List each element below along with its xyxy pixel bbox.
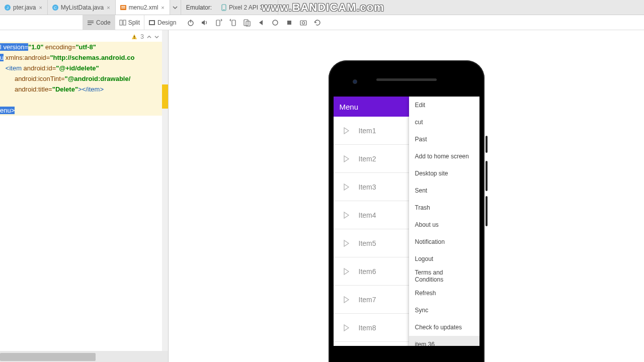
volume-button[interactable] (200, 18, 209, 27)
reload-button[interactable] (313, 18, 322, 27)
svg-rect-19 (232, 20, 235, 26)
menu-item-past[interactable]: Past (409, 131, 479, 148)
tab-label: pter.java (13, 4, 36, 11)
menu-item-add-to-home[interactable]: Add to home screen (409, 148, 479, 165)
bandicam-watermark: www.BANDICAM.com (262, 1, 384, 14)
menu-item-desktop-site[interactable]: Desktop site (409, 165, 479, 182)
close-icon[interactable]: × (160, 5, 165, 11)
menu-item-terms[interactable]: Terms and Conditions (409, 267, 479, 285)
svg-rect-8 (223, 10, 225, 10)
device-speaker (376, 78, 437, 81)
editor-tab-bar: J pter.java × C MyListData.java × menu2.… (0, 0, 644, 15)
svg-rect-12 (120, 20, 122, 25)
svg-rect-9 (88, 21, 94, 22)
inspection-summary[interactable]: 3 (131, 33, 159, 40)
menu-item-sent[interactable]: Sent (409, 182, 479, 199)
svg-rect-23 (287, 21, 291, 25)
close-icon[interactable]: × (38, 5, 43, 11)
horizontal-scrollbar[interactable] (0, 353, 96, 361)
menu-item-trash[interactable]: Trash (409, 199, 479, 216)
play-icon (342, 323, 351, 332)
menu-item-36[interactable]: item 36 (409, 336, 479, 346)
menu-item-cut[interactable]: cut (409, 114, 479, 131)
tab-menu2-xml[interactable]: menu2.xml × (116, 0, 170, 15)
change-marker (162, 84, 168, 109)
svg-rect-5 (121, 6, 125, 7)
menu-item-logout[interactable]: Logout (409, 250, 479, 267)
device-side-button (486, 136, 488, 153)
list-item-label: Item5 (359, 239, 376, 247)
code-view-icon (87, 19, 94, 26)
play-icon (342, 267, 351, 276)
list-item-label: Item3 (359, 183, 376, 191)
menu-item-check-updates[interactable]: Check fo updates (409, 319, 479, 336)
svg-rect-24 (300, 21, 306, 25)
rotate-left-button[interactable] (214, 18, 223, 27)
home-button[interactable] (271, 18, 280, 27)
emulator-label: Emulator: (181, 0, 217, 15)
svg-rect-10 (88, 22, 94, 23)
list-item-label: Item7 (359, 296, 376, 304)
app-title: Menu (340, 103, 359, 111)
list-item-label: Item2 (359, 155, 376, 163)
svg-rect-11 (88, 24, 92, 25)
tab-label: MyListData.java (61, 4, 104, 11)
tab-mylistdata-java[interactable]: C MyListData.java × (48, 0, 116, 15)
split-view-icon (119, 19, 126, 26)
device-side-button (486, 196, 488, 226)
svg-rect-27 (134, 38, 135, 39)
play-icon (342, 154, 351, 163)
editor-right-gutter (162, 30, 168, 362)
menu-item-notification[interactable]: Notification (409, 233, 479, 250)
code-editor[interactable]: 3 l version="1.0" encoding="utf-8" u xml… (0, 30, 169, 362)
java-file-icon: C (52, 4, 59, 11)
device-side-button (486, 161, 488, 191)
view-mode-split[interactable]: Split (115, 15, 144, 30)
java-file-icon: J (4, 4, 11, 11)
svg-text:J: J (7, 6, 9, 10)
svg-rect-13 (123, 20, 126, 25)
svg-rect-15 (150, 21, 154, 24)
view-mode-design[interactable]: Design (144, 15, 180, 30)
overflow-menu: Edit cut Past Add to home screen Desktop… (409, 97, 479, 346)
content-area: 3 l version="1.0" encoding="utf-8" u xml… (0, 30, 644, 362)
list-item-label: Item6 (359, 267, 376, 276)
phone-screen[interactable]: Menu Item1 Item2 Item3 Item4 Item5 Item6… (334, 97, 479, 346)
chevron-down-icon[interactable] (154, 35, 159, 39)
tab-overflow-dropdown[interactable] (170, 0, 181, 15)
emulator-preview: Menu Item1 Item2 Item3 Item4 Item5 Item6… (169, 30, 644, 362)
list-item-label: Item8 (359, 324, 376, 332)
tab-adapter-java[interactable]: J pter.java × (0, 0, 48, 15)
menu-item-refresh[interactable]: Refresh (409, 285, 479, 302)
chevron-up-icon[interactable] (147, 35, 151, 39)
overview-button[interactable] (285, 18, 294, 27)
xml-file-icon (120, 4, 127, 11)
svg-point-22 (273, 20, 278, 25)
menu-item-edit[interactable]: Edit (409, 97, 479, 114)
power-button[interactable] (186, 18, 195, 27)
play-icon (342, 183, 351, 192)
design-view-icon (148, 19, 155, 26)
phone-frame: Menu Item1 Item2 Item3 Item4 Item5 Item6… (329, 60, 485, 362)
close-icon[interactable]: × (106, 5, 111, 11)
list-item-label: Item1 (359, 127, 376, 135)
svg-rect-26 (134, 36, 135, 38)
view-mode-label: Split (128, 19, 140, 26)
menu-item-about-us[interactable]: About us (409, 216, 479, 233)
menu-item-sync[interactable]: Sync (409, 302, 479, 319)
screenshot-button[interactable] (243, 18, 252, 27)
back-button[interactable] (257, 18, 266, 27)
view-mode-code[interactable]: Code (83, 15, 115, 30)
rotate-right-button[interactable] (228, 18, 237, 27)
view-mode-label: Design (157, 19, 176, 26)
emulator-device-label: Pixel 2 API 30 (229, 4, 267, 11)
play-icon (342, 295, 351, 304)
view-mode-label: Code (96, 19, 111, 26)
svg-text:C: C (54, 6, 57, 10)
editor-toolbar: Code Split Design (0, 15, 644, 30)
phone-icon (221, 4, 227, 11)
camera-button[interactable] (299, 18, 308, 27)
svg-rect-6 (121, 8, 125, 9)
warning-count: 3 (140, 33, 144, 40)
editor-status-bar (0, 351, 168, 362)
